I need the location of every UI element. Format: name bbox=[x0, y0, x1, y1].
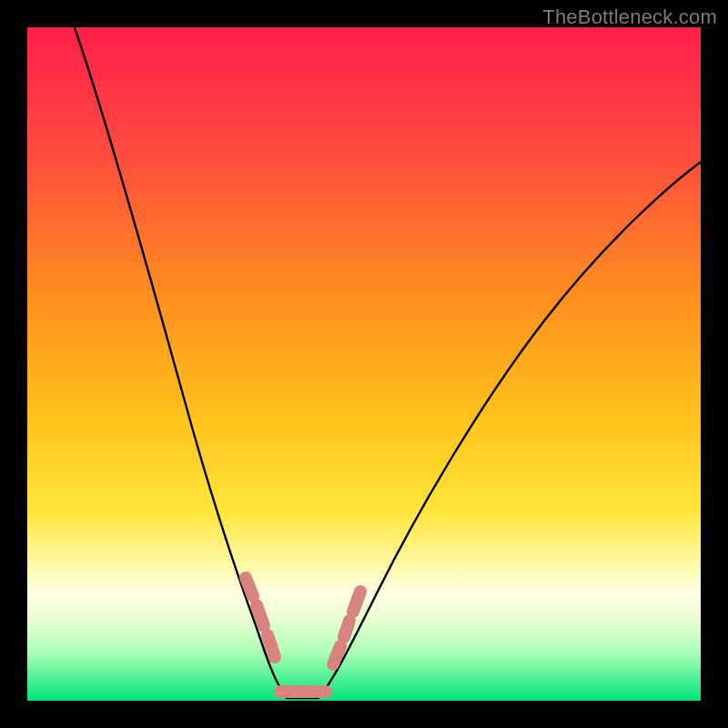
svg-line-6 bbox=[353, 592, 360, 612]
svg-line-5 bbox=[344, 621, 349, 637]
chart-svg bbox=[27, 27, 701, 701]
svg-line-4 bbox=[333, 646, 340, 664]
watermark-text: TheBottleneck.com bbox=[542, 5, 717, 29]
chart-frame: TheBottleneck.com bbox=[0, 0, 728, 728]
svg-line-1 bbox=[257, 605, 264, 626]
plot-area bbox=[27, 27, 701, 701]
svg-line-0 bbox=[246, 578, 253, 596]
svg-line-2 bbox=[268, 635, 275, 657]
